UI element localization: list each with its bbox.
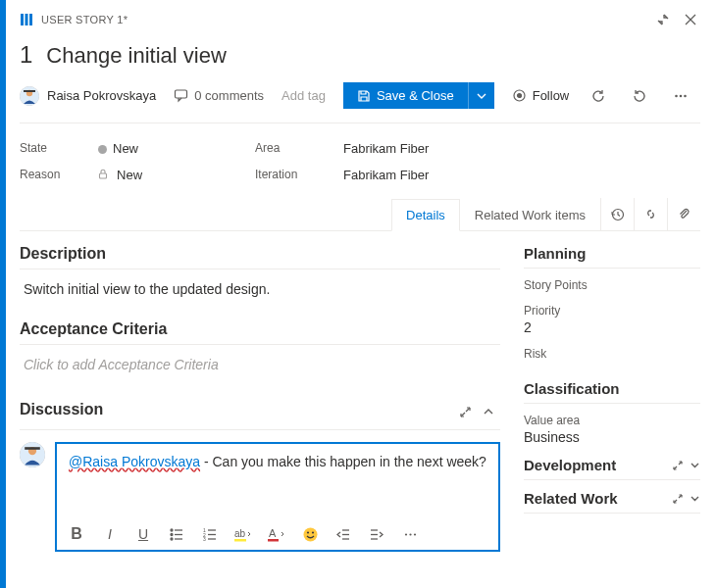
svg-point-44 xyxy=(404,533,406,535)
expand-icon[interactable] xyxy=(672,493,684,505)
iteration-label: Iteration xyxy=(255,168,324,182)
toolbar: Raisa Pokrovskaya 0 comments Add tag Sav… xyxy=(20,82,700,123)
emoji-button[interactable] xyxy=(300,524,320,544)
expand-icon[interactable] xyxy=(672,460,684,471)
numbered-list-button[interactable]: 123 xyxy=(200,524,220,544)
state-dot-icon xyxy=(98,145,107,154)
add-tag-button[interactable]: Add tag xyxy=(281,88,326,103)
tab-related-work-items[interactable]: Related Work items xyxy=(460,199,600,231)
svg-point-35 xyxy=(303,527,317,541)
area-value[interactable]: Fabrikam Fiber xyxy=(343,141,700,156)
refresh-icon[interactable] xyxy=(587,84,610,108)
svg-point-10 xyxy=(517,94,521,98)
svg-rect-0 xyxy=(21,14,24,25)
close-icon[interactable] xyxy=(681,10,700,29)
current-user-avatar xyxy=(20,442,45,467)
state-label: State xyxy=(20,141,78,156)
chevron-down-icon[interactable] xyxy=(690,493,700,504)
work-item-type-label: USER STORY 1* xyxy=(41,14,128,25)
highlight-button[interactable]: ab xyxy=(233,524,253,544)
font-color-button[interactable]: A xyxy=(267,524,286,544)
main-column: Description Switch initial view to the u… xyxy=(20,245,500,588)
reason-label: Reason xyxy=(20,168,78,182)
svg-rect-32 xyxy=(234,539,246,542)
svg-text:ab: ab xyxy=(234,528,246,539)
priority-value[interactable]: 2 xyxy=(524,319,700,335)
svg-rect-18 xyxy=(25,447,40,450)
svg-rect-14 xyxy=(100,173,107,178)
value-area-label: Value area xyxy=(524,414,700,427)
lock-icon xyxy=(98,170,111,181)
italic-button[interactable]: I xyxy=(100,524,120,544)
development-heading: Development xyxy=(524,457,700,473)
restore-window-icon[interactable] xyxy=(653,10,673,29)
save-dropdown-button[interactable] xyxy=(468,82,494,109)
discussion-editor[interactable]: @Raisa Pokrovskaya - Can you make this h… xyxy=(55,442,500,552)
svg-rect-2 xyxy=(29,14,32,25)
svg-point-45 xyxy=(409,533,411,535)
description-heading: Description xyxy=(20,245,500,263)
collapse-discussion-icon[interactable] xyxy=(477,400,500,423)
editor-toolbar: B I U 123 ab A xyxy=(57,518,498,550)
state-value[interactable]: New xyxy=(98,141,235,156)
window-header: USER STORY 1* xyxy=(20,10,700,29)
tab-links-icon[interactable] xyxy=(634,198,667,230)
story-points-label: Story Points xyxy=(524,278,700,292)
tab-attachments-icon[interactable] xyxy=(667,198,700,230)
underline-button[interactable]: U xyxy=(133,524,153,544)
svg-point-23 xyxy=(171,533,173,535)
author-name: Raisa Pokrovskaya xyxy=(47,88,156,103)
related-work-heading: Related Work xyxy=(524,490,700,507)
planning-heading: Planning xyxy=(524,245,700,262)
svg-point-13 xyxy=(684,94,687,97)
bold-button[interactable]: B xyxy=(67,524,86,544)
svg-text:A: A xyxy=(269,527,277,539)
side-column: Planning Story Points Priority 2 Risk Cl… xyxy=(524,245,700,588)
description-text[interactable]: Switch initial view to the updated desig… xyxy=(20,281,500,297)
work-item-title[interactable]: Change initial view xyxy=(46,43,226,69)
tab-details[interactable]: Details xyxy=(391,199,460,231)
avatar xyxy=(20,86,39,106)
svg-point-12 xyxy=(680,94,683,97)
tab-history-icon[interactable] xyxy=(600,198,634,230)
svg-point-46 xyxy=(413,533,415,535)
svg-point-11 xyxy=(675,94,678,97)
follow-icon xyxy=(512,88,527,103)
value-area-value[interactable]: Business xyxy=(524,429,700,445)
more-actions-icon[interactable] xyxy=(669,84,692,108)
comments-indicator[interactable]: 0 comments xyxy=(174,88,264,103)
acceptance-criteria-placeholder[interactable]: Click to add Acceptance Criteria xyxy=(20,357,500,372)
svg-point-37 xyxy=(311,531,313,533)
expand-discussion-icon[interactable] xyxy=(453,400,477,423)
outdent-button[interactable] xyxy=(333,524,353,544)
chevron-down-icon[interactable] xyxy=(690,460,700,470)
save-and-close-button[interactable]: Save & Close xyxy=(343,82,468,109)
follow-button[interactable]: Follow xyxy=(512,88,570,103)
svg-point-22 xyxy=(171,529,173,531)
editor-more-icon[interactable] xyxy=(400,524,420,544)
discussion-heading: Discussion xyxy=(20,401,103,418)
mention[interactable]: @Raisa Pokrovskaya xyxy=(69,454,200,469)
save-icon xyxy=(357,89,371,103)
bullet-list-button[interactable] xyxy=(167,524,186,544)
undo-icon[interactable] xyxy=(628,84,651,108)
discussion-editor-text[interactable]: @Raisa Pokrovskaya - Can you make this h… xyxy=(57,444,498,518)
risk-label: Risk xyxy=(524,347,700,361)
svg-rect-1 xyxy=(26,14,28,25)
work-item-id: 1 xyxy=(20,41,32,69)
reason-value[interactable]: New xyxy=(98,168,235,182)
comment-icon xyxy=(174,88,188,103)
assigned-to[interactable]: Raisa Pokrovskaya xyxy=(20,86,156,106)
indent-button[interactable] xyxy=(367,524,386,544)
fields-grid: State New Area Fabrikam Fiber Reason New… xyxy=(20,123,700,198)
iteration-value[interactable]: Fabrikam Fiber xyxy=(343,168,700,182)
svg-rect-34 xyxy=(268,539,279,542)
work-item-window: USER STORY 1* 1 Change initial view Rais… xyxy=(0,0,716,588)
tabs: Details Related Work items xyxy=(20,198,700,231)
acceptance-criteria-heading: Acceptance Criteria xyxy=(20,320,500,338)
svg-point-36 xyxy=(306,531,308,533)
classification-heading: Classification xyxy=(524,380,700,397)
area-label: Area xyxy=(255,141,324,156)
work-item-type-icon xyxy=(20,13,33,26)
svg-rect-8 xyxy=(176,90,187,98)
